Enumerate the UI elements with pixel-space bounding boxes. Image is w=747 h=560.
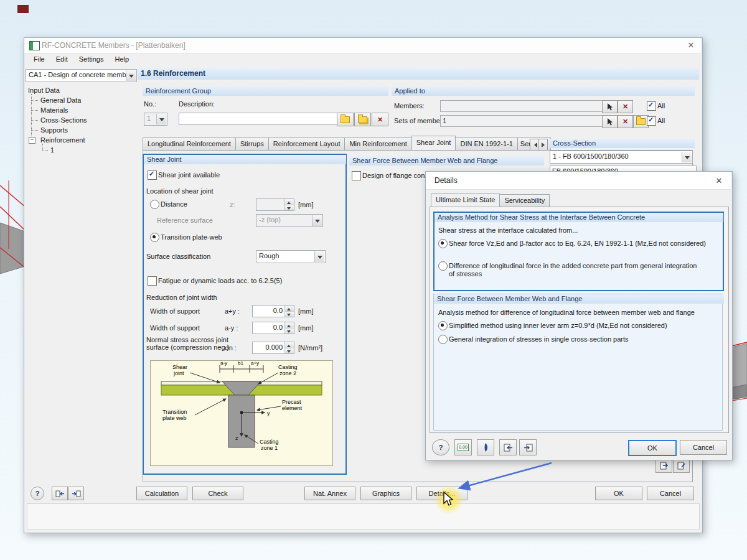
sidebar-item-cross-sections[interactable]: Cross-Sections <box>40 116 87 124</box>
transition-plate-web-radio[interactable] <box>150 233 159 242</box>
spinner-arrows[interactable] <box>284 322 294 334</box>
viewport-left-wireframe <box>0 174 26 280</box>
delete-group-button[interactable]: ✕ <box>372 113 388 126</box>
sidebar-item-reinforcement-1[interactable]: 1 <box>50 146 54 154</box>
width-support-2-symbol: a-y : <box>225 324 238 332</box>
sets-all-checkbox[interactable] <box>647 116 656 126</box>
general-integration-radio[interactable] <box>438 335 448 344</box>
pick-cursor-icon <box>606 118 613 126</box>
surface-classification-select[interactable]: Rough <box>256 250 326 263</box>
distance-label: Distance <box>161 200 187 208</box>
transition-plate-web-label-2: plate web <box>162 415 187 421</box>
units-decimal-button[interactable]: 0.00 <box>454 439 472 455</box>
import-params-button[interactable] <box>499 439 517 455</box>
simplified-method-radio[interactable] <box>438 321 448 330</box>
spinner-arrows[interactable] <box>284 306 294 317</box>
next-window-button[interactable] <box>68 487 84 500</box>
tree-guide-stub <box>31 100 38 101</box>
check-button[interactable]: Check <box>192 487 243 500</box>
members-input[interactable] <box>440 100 604 112</box>
members-pick-button[interactable] <box>602 100 618 113</box>
app-icon <box>29 41 40 50</box>
sets-delete-button[interactable]: ✕ <box>618 115 633 128</box>
fatigue-checkbox[interactable] <box>148 276 157 286</box>
z-input[interactable] <box>256 198 294 211</box>
tree-guide-line <box>31 94 32 140</box>
details-ok-button[interactable]: OK <box>628 440 677 456</box>
menu-settings[interactable]: Settings <box>73 53 110 66</box>
normal-stress-input[interactable]: 0.000 <box>252 342 294 354</box>
design-case-select[interactable]: CA1 - Design of concrete memb <box>26 69 137 82</box>
menu-help[interactable]: Help <box>109 53 134 66</box>
sidebar-item-general-data[interactable]: General Data <box>40 96 81 105</box>
details-cancel-button[interactable]: Cancel <box>680 440 727 455</box>
shear-force-beta-radio[interactable] <box>438 239 448 248</box>
titlebar[interactable]: RF-CONCRETE Members - [Plattenbalken] ✕ <box>24 38 701 54</box>
description-input[interactable] <box>179 113 338 125</box>
tab-stirrups[interactable]: Stirrups <box>235 138 269 150</box>
sidebar-item-supports[interactable]: Supports <box>40 126 68 134</box>
spinner-arrows[interactable] <box>284 342 294 353</box>
tab-ultimate-limit-state[interactable]: Ultimate Limit State <box>431 194 500 207</box>
sidebar-item-materials[interactable]: Materials <box>40 106 68 114</box>
new-group-button[interactable] <box>337 113 354 126</box>
tab-din-en-1992[interactable]: DIN EN 1992-1-1 <box>455 138 517 150</box>
chevron-down-icon <box>126 70 136 81</box>
tab-reinforcement-layout[interactable]: Reinforcement Layout <box>268 138 345 150</box>
dim-a-plus-y: a+y <box>251 360 259 366</box>
distance-radio[interactable] <box>150 200 159 209</box>
applied-to-header: Applied to <box>392 86 695 96</box>
flange-design-checkbox[interactable] <box>352 171 361 180</box>
fatigue-label: Fatigue or dynamic loads acc. to 6.2.5(5… <box>158 277 282 285</box>
group-no-select[interactable]: 1 <box>144 113 167 126</box>
precast-element-label-1: Precast <box>282 399 301 405</box>
window-title: RF-CONCRETE Members - [Plattenbalken] <box>42 42 186 50</box>
close-button[interactable]: ✕ <box>683 40 699 51</box>
cross-section-select[interactable]: 1 - FB 600/1500/180/360 <box>550 151 693 164</box>
members-delete-button[interactable]: ✕ <box>618 100 633 113</box>
graphics-button[interactable]: Graphics <box>360 487 411 500</box>
delete-x-icon: ✕ <box>377 116 383 124</box>
transition-plate-web-label: Transition plate-web <box>161 233 222 241</box>
dim-b1: b1 <box>238 360 243 366</box>
nat-annex-button[interactable]: Nat. Annex <box>304 487 355 500</box>
cross-section-edit-button[interactable] <box>673 459 690 473</box>
status-strip <box>27 503 700 530</box>
tab-shear-joint[interactable]: Shear Joint <box>411 136 456 150</box>
ok-button[interactable]: OK <box>595 487 642 500</box>
width-support-1-input[interactable]: 0.0 <box>252 305 294 317</box>
spinner-arrows[interactable] <box>284 199 294 210</box>
details-help-button[interactable]: ? <box>432 439 449 455</box>
tab-scroll-left[interactable] <box>530 139 539 151</box>
export-params-button[interactable] <box>519 439 537 455</box>
cancel-button[interactable]: Cancel <box>647 487 694 500</box>
details-close-button[interactable]: ✕ <box>712 175 726 187</box>
help-button[interactable]: ? <box>31 487 44 500</box>
tab-scroll-right[interactable] <box>538 139 548 151</box>
members-all-checkbox[interactable] <box>647 101 656 111</box>
tab-longitudinal-reinforcement[interactable]: Longitudinal Reinforcement <box>143 138 236 150</box>
shear-joint-available-checkbox[interactable] <box>148 170 157 180</box>
sets-input[interactable]: 1 <box>440 115 604 127</box>
width-support-2-input[interactable]: 0.0 <box>252 322 294 334</box>
sets-pick-button[interactable] <box>602 115 618 128</box>
longitudinal-difference-radio[interactable] <box>438 261 448 271</box>
cross-section-library-button[interactable] <box>655 459 672 473</box>
details-titlebar[interactable]: Details ✕ <box>426 172 731 190</box>
new-folder-icon <box>636 118 646 125</box>
menu-edit[interactable]: Edit <box>50 53 73 66</box>
reference-surface-select[interactable]: -z (top) <box>256 214 323 227</box>
description-label: Description: <box>179 100 215 108</box>
width-support-2-unit: [mm] <box>298 324 313 332</box>
nabla-button[interactable] <box>477 439 494 455</box>
sidebar-item-reinforcement[interactable]: Reinforcement <box>40 136 85 144</box>
previous-window-button[interactable] <box>52 487 68 500</box>
tab-serviceability-details[interactable]: Serviceability <box>499 194 550 207</box>
tab-min-reinforcement[interactable]: Min Reinforcement <box>344 138 411 150</box>
tree-collapse-icon[interactable]: − <box>29 137 35 144</box>
copy-group-button[interactable] <box>354 113 371 126</box>
calculation-button[interactable]: Calculation <box>136 487 187 500</box>
tree-guide-stub <box>31 120 38 121</box>
tree-root[interactable]: Input Data <box>28 86 60 95</box>
menu-file[interactable]: File <box>28 53 50 66</box>
